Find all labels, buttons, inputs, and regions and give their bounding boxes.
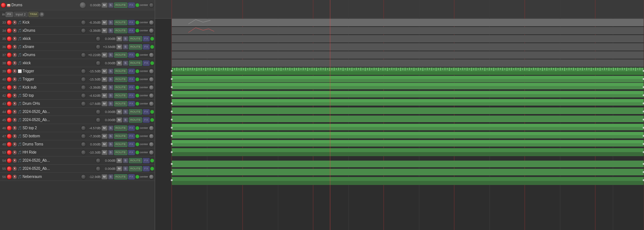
route-33[interactable]: ROUTE (114, 20, 127, 25)
m-38[interactable]: M (116, 61, 122, 66)
pan2-34[interactable] (149, 28, 154, 33)
m-44[interactable]: M (116, 109, 122, 114)
rec-45[interactable] (7, 117, 12, 123)
pan-47[interactable] (81, 134, 86, 139)
s-54[interactable]: S (123, 158, 128, 163)
rec-53[interactable] (7, 150, 12, 155)
mute-43[interactable]: 🔇 (13, 102, 17, 106)
rec-55[interactable] (7, 166, 12, 171)
mute-36[interactable]: 🔇 (13, 45, 17, 49)
route-35[interactable]: ROUTE (129, 36, 142, 41)
mute-38[interactable]: 🔇 (13, 61, 17, 65)
s-53[interactable]: S (108, 150, 113, 155)
master-route-button[interactable]: ROUTE (114, 3, 127, 8)
pan2-39[interactable] (149, 69, 154, 74)
route-34[interactable]: ROUTE (114, 28, 127, 33)
fx-56[interactable]: FX (128, 174, 135, 179)
route-41[interactable]: ROUTE (114, 85, 127, 90)
rec-35[interactable] (7, 36, 12, 41)
m-41[interactable]: M (102, 85, 107, 90)
master-vol-knob[interactable] (79, 2, 86, 8)
mute-34[interactable]: 🔇 (13, 28, 17, 33)
s-33[interactable]: S (108, 20, 113, 25)
s-35[interactable]: S (123, 36, 128, 41)
m-54[interactable]: M (116, 158, 122, 163)
pan-56[interactable] (81, 174, 86, 179)
pan-55[interactable] (96, 166, 101, 171)
m-34[interactable]: M (102, 28, 107, 33)
pan2-41[interactable] (149, 85, 154, 90)
fx-53[interactable]: FX (128, 150, 135, 155)
route-56[interactable]: ROUTE (114, 174, 127, 179)
s-40[interactable]: S (108, 77, 113, 82)
m-48[interactable]: M (102, 142, 107, 147)
route-55[interactable]: ROUTE (129, 166, 142, 171)
route-37[interactable]: ROUTE (114, 52, 127, 58)
pan-35[interactable] (96, 36, 101, 41)
fx-45[interactable]: FX (143, 117, 150, 123)
pan-33[interactable] (81, 20, 86, 25)
pan2-37[interactable] (149, 52, 154, 58)
s-39[interactable]: S (108, 69, 113, 74)
pan-40[interactable] (81, 77, 86, 82)
m-42[interactable]: M (102, 93, 107, 98)
fx-33[interactable]: FX (128, 20, 135, 25)
rec-43[interactable] (7, 101, 12, 106)
rec-36[interactable] (7, 44, 12, 49)
fx-36[interactable]: FX (143, 44, 150, 49)
s-44[interactable]: S (123, 109, 128, 114)
fx-35[interactable]: FX (143, 36, 150, 41)
s-42[interactable]: S (108, 93, 113, 98)
input-select[interactable]: Input 2 (14, 12, 28, 17)
phase-button[interactable]: ⊙ (39, 12, 44, 17)
route-42[interactable]: ROUTE (114, 93, 127, 98)
pan-48[interactable] (81, 142, 86, 147)
rec-42[interactable] (7, 93, 12, 98)
fx-55[interactable]: FX (143, 166, 150, 171)
s-41[interactable]: S (108, 85, 113, 90)
m-56[interactable]: M (102, 174, 107, 179)
arrange-view[interactable] (155, 0, 644, 230)
pan2-40[interactable] (149, 77, 154, 82)
mute-55[interactable]: 🔇 (13, 167, 17, 171)
rec-44[interactable] (7, 109, 12, 114)
rec-38[interactable] (7, 61, 12, 66)
rec-37[interactable] (7, 52, 12, 58)
s-47[interactable]: S (108, 134, 113, 139)
m-35[interactable]: M (116, 36, 122, 41)
pan-41[interactable] (81, 85, 86, 90)
mute-47[interactable]: 🔇 (13, 134, 17, 138)
rec-56[interactable] (7, 174, 12, 179)
mute-33[interactable]: 🔇 (13, 20, 17, 25)
pan-37[interactable] (81, 52, 86, 58)
s-36[interactable]: S (123, 44, 128, 49)
s-43[interactable]: S (108, 101, 113, 106)
pan2-43[interactable] (149, 101, 154, 106)
mute-45[interactable]: 🔇 (13, 118, 17, 122)
fx-48[interactable]: FX (128, 142, 135, 147)
m-36[interactable]: M (116, 44, 122, 49)
m-45[interactable]: M (116, 117, 122, 123)
mute-42[interactable]: 🔇 (13, 93, 17, 98)
route-46[interactable]: ROUTE (114, 126, 127, 131)
s-55[interactable]: S (123, 166, 128, 171)
route-53[interactable]: ROUTE (114, 150, 127, 155)
route-54[interactable]: ROUTE (129, 158, 142, 163)
s-34[interactable]: S (108, 28, 113, 33)
pan2-47[interactable] (149, 134, 154, 139)
pan2-56[interactable] (149, 174, 154, 179)
m-33[interactable]: M (102, 20, 107, 25)
route-40[interactable]: ROUTE (114, 77, 127, 82)
route-44[interactable]: ROUTE (129, 109, 142, 114)
pan-39[interactable] (81, 69, 86, 74)
pan-53[interactable] (81, 150, 86, 155)
rec-34[interactable] (7, 28, 12, 33)
m-39[interactable]: M (102, 69, 107, 74)
pan-42[interactable] (81, 93, 86, 98)
s-48[interactable]: S (108, 142, 113, 147)
fx-54[interactable]: FX (143, 158, 150, 163)
rec-48[interactable] (7, 142, 12, 147)
pan2-46[interactable] (149, 126, 154, 131)
m-53[interactable]: M (102, 150, 107, 155)
trim-button[interactable]: TRIM (28, 12, 39, 17)
